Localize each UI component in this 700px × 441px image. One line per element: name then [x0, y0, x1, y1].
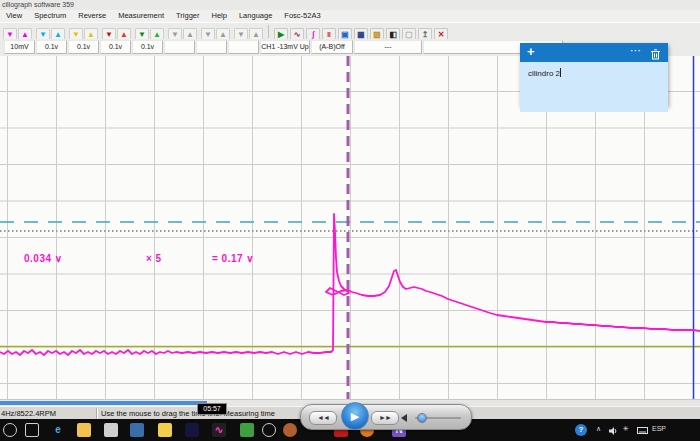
- media-controls-overlay: ◄◄ ▶ ►►: [300, 404, 472, 430]
- text-cursor: [560, 68, 561, 77]
- add-note-icon[interactable]: +: [527, 44, 535, 59]
- channel-scale-button-4[interactable]: 0.1v: [100, 40, 131, 54]
- dash-button[interactable]: ---: [354, 40, 422, 54]
- green-app-icon[interactable]: [240, 423, 254, 437]
- pen-app-icon[interactable]: [283, 423, 297, 437]
- oscillograph-app-icon[interactable]: ∿: [212, 423, 226, 437]
- menu-item-view[interactable]: View: [0, 10, 28, 22]
- channel-scale-button-8[interactable]: [228, 40, 259, 54]
- file-explorer-icon[interactable]: [77, 423, 91, 437]
- forward-button[interactable]: ►►: [371, 411, 399, 425]
- sticky-notes-icon[interactable]: [158, 423, 172, 437]
- speaker-icon[interactable]: [401, 414, 407, 422]
- channel-scale-button-3[interactable]: 0.1v: [68, 40, 99, 54]
- note-text-area[interactable]: cilindro 2: [520, 62, 668, 112]
- menu-item-language[interactable]: Language: [233, 10, 278, 22]
- menu-item-fosc-52a3[interactable]: Fosc-52A3: [278, 10, 326, 22]
- channel-scale-button-7[interactable]: [196, 40, 227, 54]
- language-indicator[interactable]: ESP: [652, 425, 666, 432]
- rewind-button[interactable]: ◄◄: [309, 411, 337, 425]
- sticky-note[interactable]: + ⋯ cilindro 2: [520, 43, 668, 106]
- ab-diff-button[interactable]: (A-B)Off: [311, 40, 353, 54]
- duration-tooltip: 05:57: [197, 403, 227, 415]
- trigger-status-button[interactable]: CH1 -13mV Up: [260, 40, 310, 54]
- delete-note-icon[interactable]: [651, 46, 660, 64]
- status-divider: [96, 408, 98, 419]
- sync-icon[interactable]: [262, 423, 276, 437]
- menu-item-help[interactable]: Help: [206, 10, 233, 22]
- menu-bar: ViewSpectrumReverseMeasurementTriggerHel…: [0, 10, 700, 22]
- note-text: cilindro 2: [528, 69, 560, 78]
- play-button[interactable]: ▶: [341, 402, 369, 430]
- menu-item-reverse[interactable]: Reverse: [72, 10, 112, 22]
- menu-item-trigger[interactable]: Trigger: [170, 10, 205, 22]
- network-icon[interactable]: ✳: [623, 425, 629, 433]
- command-window-icon[interactable]: [185, 423, 199, 437]
- menu-item-spectrum[interactable]: Spectrum: [28, 10, 72, 22]
- store-icon[interactable]: [104, 423, 118, 437]
- channel-scale-button-2[interactable]: 0.1v: [36, 40, 67, 54]
- tray-chevron-icon[interactable]: ∧: [596, 425, 601, 433]
- task-view-icon[interactable]: [25, 423, 39, 437]
- result-value-label[interactable]: = 0.17 ∨: [212, 253, 254, 264]
- photos-icon[interactable]: [130, 423, 144, 437]
- toolbar-separator: [268, 25, 269, 38]
- volume-slider-knob[interactable]: [417, 413, 427, 423]
- edge-icon[interactable]: e: [51, 423, 65, 437]
- sticky-note-header[interactable]: + ⋯: [520, 43, 668, 62]
- scrollbar-thumb[interactable]: [0, 401, 207, 405]
- touch-keyboard-icon[interactable]: [637, 427, 648, 435]
- window-titlebar[interactable]: cillograph software 359: [0, 0, 700, 10]
- channel-scale-button-6[interactable]: [164, 40, 195, 54]
- volume-icon[interactable]: [609, 427, 618, 436]
- multiplier-label[interactable]: × 5: [146, 253, 162, 264]
- menu-item-measurement[interactable]: Measurement: [112, 10, 170, 22]
- channel-scale-button-5[interactable]: 0.1v: [132, 40, 163, 54]
- desktop: cillograph software 359 ViewSpectrumReve…: [0, 0, 700, 441]
- channel-scale-button-1[interactable]: 10mV: [4, 40, 35, 54]
- window-title: cillograph software 359: [2, 1, 74, 8]
- note-menu-icon[interactable]: ⋯: [630, 44, 642, 57]
- help-icon[interactable]: ?: [575, 424, 587, 436]
- cortana-icon[interactable]: [3, 423, 17, 437]
- measured-value-label[interactable]: 0.034 ∨: [24, 253, 63, 264]
